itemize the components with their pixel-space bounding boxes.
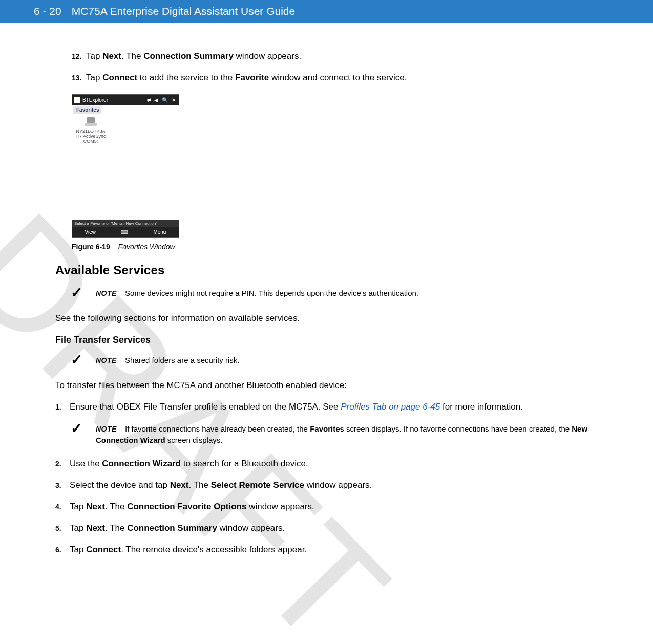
bold: Connection Favorite Options <box>127 502 246 511</box>
check-icon: ✓ <box>71 353 82 367</box>
paragraph-1: See the following sections for informati… <box>55 313 622 324</box>
note-label: NOTE <box>96 356 117 364</box>
step-1: 1. Ensure that OBEX File Transfer profil… <box>55 402 622 412</box>
text: for more information. <box>440 402 523 412</box>
text: window appears. <box>217 523 285 533</box>
sub-steps: 2. Use the Connection Wizard to search f… <box>55 459 622 555</box>
step-6: 6. Tap Connect. The remote device's acce… <box>55 545 622 555</box>
ss-body: NY21LOTK8A TR:ActiveSync COM5: <box>72 114 179 220</box>
bold: Select Remote Service <box>211 480 304 490</box>
bold: Connection Summary <box>143 51 234 61</box>
page-content: 12. Tap Next. The Connection Summary win… <box>0 23 653 587</box>
ss-bottom-bar: View ⌨ Menu <box>72 227 179 237</box>
guide-title: MC75A Enterprise Digital Assistant User … <box>72 5 296 17</box>
ss-menu-button: Menu <box>153 229 166 235</box>
figure-6-19: BTExplorer ⇄ ◀ 🔍 ✕ Favorites NY21LOTK8A … <box>72 94 622 251</box>
text: . The <box>105 523 127 533</box>
text: Select the device and tap <box>70 480 170 490</box>
step-2: 2. Use the Connection Wizard to search f… <box>55 459 622 469</box>
text: . The remote device's accessible folders… <box>121 545 307 554</box>
page-number: 6 - 20 <box>34 5 61 17</box>
text: to search for a Bluetooth device. <box>181 459 308 468</box>
text: Use the <box>70 459 102 468</box>
step-number: 6. <box>55 546 70 554</box>
laptop-icon <box>83 117 98 127</box>
text: Tap <box>86 51 102 61</box>
bold: Next <box>86 523 105 533</box>
ss-top-icons: ⇄ ◀ 🔍 ✕ <box>147 97 177 103</box>
bold: Connect <box>102 73 137 82</box>
step-number: 13. <box>72 74 86 82</box>
text: Tap <box>86 73 102 82</box>
step-number: 12. <box>72 52 86 60</box>
ss-item-line3: COM5: <box>75 139 106 144</box>
bold: Next <box>86 502 105 511</box>
text: . The <box>105 502 127 511</box>
ss-title: BTExplorer <box>82 97 108 103</box>
step-number: 2. <box>55 460 70 468</box>
cross-ref-link[interactable]: Profiles Tab on page 6-45 <box>341 402 440 412</box>
text: window appears. <box>246 502 314 511</box>
bold: Connection Wizard <box>102 459 181 468</box>
favorites-window-screenshot: BTExplorer ⇄ ◀ 🔍 ✕ Favorites NY21LOTK8A … <box>72 94 179 238</box>
paragraph-2: To transfer files between the MC75A and … <box>55 380 622 391</box>
note-block-1: ✓ NOTE Some devices might not require a … <box>71 288 622 300</box>
step-5: 5. Tap Next. The Connection Summary wind… <box>55 523 622 533</box>
step-12: 12. Tap Next. The Connection Summary win… <box>72 51 622 61</box>
figure-caption: Figure 6-19 Favorites Window <box>72 243 622 251</box>
text: Tap <box>70 545 86 554</box>
step-number: 3. <box>55 481 70 489</box>
step-3: 3. Select the device and tap Next. The S… <box>55 480 622 490</box>
text: If favorite connections have already bee… <box>125 424 310 433</box>
bold: Next <box>102 51 121 61</box>
page-header: 6 - 20 MC75A Enterprise Digital Assistan… <box>0 0 653 23</box>
bold: Next <box>170 480 189 490</box>
step-number: 5. <box>55 524 70 532</box>
bold: Favorite <box>235 73 269 82</box>
text: window appears. <box>234 51 301 61</box>
keyboard-icon: ⌨ <box>121 229 128 235</box>
check-icon: ✓ <box>71 286 82 300</box>
check-icon: ✓ <box>71 421 82 436</box>
note-text: Shared folders are a security risk. <box>125 356 239 364</box>
text: window and connect to the service. <box>269 73 407 82</box>
ss-view-button: View <box>85 229 96 235</box>
text: window appears. <box>304 480 372 490</box>
ss-favorite-item: NY21LOTK8A TR:ActiveSync COM5: <box>75 117 106 144</box>
text: screen displays. <box>165 436 223 444</box>
ss-status-bar: Select a Favorite or 'Menu->New Connecti… <box>72 220 179 227</box>
bold: Favorites <box>310 424 344 433</box>
top-steps: 12. Tap Next. The Connection Summary win… <box>55 51 622 83</box>
windows-icon <box>74 97 80 103</box>
step-number: 1. <box>55 403 70 411</box>
subsection-file-transfer: File Transfer Services <box>55 335 622 346</box>
text: . The <box>189 480 211 490</box>
figure-label: Figure 6-19 <box>72 243 110 251</box>
step-13: 13. Tap Connect to add the service to th… <box>72 73 622 83</box>
note-block-3: ✓ NOTE If favorite connections have alre… <box>71 423 622 445</box>
text: Ensure that OBEX File Transfer profile i… <box>70 402 341 412</box>
step-number: 4. <box>55 503 70 511</box>
figure-title: Favorites Window <box>118 243 175 251</box>
ss-tab-favorites: Favorites <box>73 106 101 114</box>
text: to add the service to the <box>137 73 235 82</box>
note-label: NOTE <box>96 425 117 433</box>
text: . The <box>121 51 143 61</box>
text: screen displays. If no favorite connecti… <box>344 424 572 433</box>
note-block-2: ✓ NOTE Shared folders are a security ris… <box>71 355 622 367</box>
text: Tap <box>70 523 86 533</box>
note-text: Some devices might not require a PIN. Th… <box>125 289 418 297</box>
note-label: NOTE <box>96 289 117 297</box>
step-4: 4. Tap Next. The Connection Favorite Opt… <box>55 502 622 512</box>
ss-title-bar: BTExplorer ⇄ ◀ 🔍 ✕ <box>72 95 179 105</box>
bold: Connect <box>86 545 121 554</box>
section-available-services: Available Services <box>55 263 622 277</box>
bold: Connection Summary <box>127 523 217 533</box>
text: Tap <box>70 502 86 511</box>
